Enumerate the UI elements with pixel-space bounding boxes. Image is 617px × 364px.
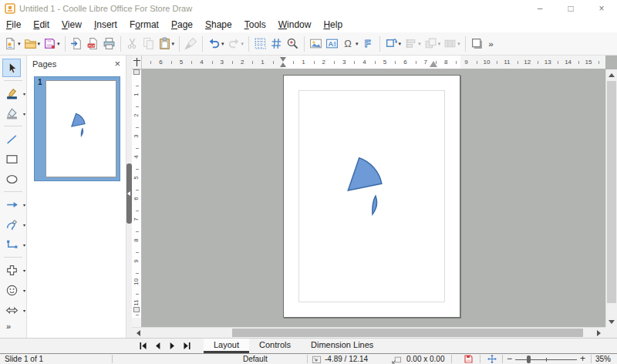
dropdown-arrow-icon[interactable]: ▾ [23,288,25,293]
toolbar-open[interactable]: ▾ [22,35,42,53]
menu-view[interactable]: View [56,18,88,32]
toolbar-helplines-while-moving[interactable] [268,35,285,53]
line-color-tool[interactable] [2,84,21,103]
menu-page[interactable]: Page [165,18,199,32]
vertical-scrollbar-thumb[interactable] [607,81,616,303]
ruler-indent-marker[interactable] [133,307,140,312]
sliver-shape[interactable] [373,196,377,214]
drawbar-connectors[interactable]: ▾ [0,234,26,254]
fill-color-tool[interactable] [2,104,21,123]
maximize-button[interactable]: □ [555,0,586,17]
dropdown-arrow-icon[interactable]: ▾ [23,222,25,228]
minimize-button[interactable]: – [524,0,555,17]
menu-tools[interactable]: Tools [238,18,272,32]
menu-edit[interactable]: Edit [27,18,56,32]
menu-insert[interactable]: Insert [88,18,123,32]
symbol-shapes-tool[interactable] [2,281,21,299]
nav-previous-page-button[interactable] [152,340,164,352]
menu-file[interactable]: File [0,18,27,32]
toolbar-distribution[interactable]: ▾ [442,35,462,53]
toolbar-print[interactable] [101,35,117,53]
dropdown-arrow-icon[interactable]: ▾ [23,308,25,313]
unsaved-changes-icon[interactable] [464,354,474,364]
toolbar-align-objects[interactable]: ▾ [403,35,423,53]
vertical-ruler[interactable]: 1234567891011 [132,69,142,327]
nav-last-page-button[interactable] [181,340,193,352]
scroll-up-icon[interactable] [606,69,617,80]
toolbar-insert-text-box[interactable]: A [324,35,340,53]
toolbar-shadow[interactable] [469,35,485,53]
menu-format[interactable]: Format [123,18,165,32]
toolbar-cut[interactable] [124,35,140,53]
drawing-page[interactable] [283,75,460,318]
dropdown-arrow-icon[interactable]: ▾ [23,111,25,116]
pie-shape[interactable] [348,158,382,190]
toolbar-zoom[interactable] [285,35,301,53]
toolbar-export-as-pdf[interactable]: PDF [85,35,101,53]
connector-tool[interactable] [2,235,21,254]
rect-tool[interactable] [2,150,21,168]
drawbar-insert-line[interactable] [0,129,26,149]
drawbar-curves-and-polygons[interactable]: ▾ [0,214,26,234]
drawbar-fill-color[interactable]: ▾ [0,103,26,123]
toolbar-save[interactable]: ▾ [42,35,62,53]
menu-help[interactable]: Help [317,18,349,32]
zoom-out-button[interactable]: − [507,354,512,363]
vertical-scrollbar[interactable] [605,69,617,327]
horizontal-scrollbar[interactable] [132,327,605,338]
zoom-in-button[interactable]: + [580,354,585,363]
toolbar-insert-special-characters[interactable]: Ω▾ [340,35,360,53]
panel-splitter[interactable] [126,56,132,343]
dropdown-arrow-icon[interactable]: ▾ [457,41,460,47]
basic-shapes-tool[interactable] [2,261,21,279]
dropdown-arrow-icon[interactable]: ▾ [23,202,25,207]
tab-dimension-lines[interactable]: Dimension Lines [301,339,383,353]
scroll-right-icon[interactable] [594,328,604,338]
toolbar-new[interactable]: ▾ [2,35,22,53]
dropdown-arrow-icon[interactable]: ▾ [57,41,60,47]
toolbar-paste[interactable]: ▾ [157,35,177,53]
toolbar-clone-formatting[interactable] [183,35,199,53]
scroll-down-icon[interactable] [606,316,617,327]
zoom-slider-thumb[interactable] [527,356,531,363]
dropdown-arrow-icon[interactable]: ▾ [23,91,25,96]
ruler-margin-marker[interactable] [430,61,437,67]
drawbar-select[interactable] [0,58,26,78]
pages-panel-close-icon[interactable]: × [114,59,120,69]
fit-page-icon[interactable] [487,354,497,364]
toolbar-undo[interactable]: ▾ [206,35,226,53]
zoom-slider[interactable] [515,355,577,364]
dropdown-arrow-icon[interactable]: ▾ [172,41,175,47]
drawbar-basic-shapes[interactable]: ▾ [0,260,26,280]
scroll-left-icon[interactable] [133,328,143,338]
line-tool[interactable] [2,130,21,148]
nav-next-page-button[interactable] [167,340,178,352]
menu-shape[interactable]: Shape [199,18,238,32]
nav-first-page-button[interactable] [137,340,149,352]
drawbar-symbol-shapes[interactable]: ▾ [0,280,26,300]
dropdown-arrow-icon[interactable]: ▾ [356,41,359,47]
select-tool[interactable] [2,59,21,77]
toolbar-display-grid[interactable] [252,35,268,53]
page-thumbnail[interactable]: 1 [34,76,120,181]
horizontal-ruler[interactable]: 654321123456789101112131415 [142,56,605,69]
dropdown-arrow-icon[interactable]: ▾ [221,41,224,47]
splitter-handle[interactable] [126,163,132,224]
horizontal-scrollbar-thumb[interactable] [232,329,583,337]
drawing-viewport[interactable] [142,69,605,327]
close-button[interactable]: × [586,0,617,17]
ruler-indent-marker[interactable] [133,69,140,75]
dropdown-arrow-icon[interactable]: ▾ [23,242,25,248]
drawbar-ellipse[interactable] [0,169,26,189]
drawbar-more-drawing-tools[interactable]: » [6,322,11,331]
toolbar-insert-image[interactable] [308,35,324,53]
dropdown-arrow-icon[interactable]: ▾ [23,268,25,273]
arrow-tool[interactable] [2,195,21,214]
dropdown-arrow-icon[interactable]: ▾ [418,41,421,47]
block-arrows-tool[interactable] [2,301,21,319]
ellipse-tool[interactable] [2,170,21,188]
drawbar-block-arrows[interactable]: ▾ [0,300,26,320]
toolbar-insert-fontwork-text[interactable]: F [360,35,376,53]
dropdown-arrow-icon[interactable]: ▾ [38,41,41,47]
dropdown-arrow-icon[interactable]: ▾ [438,41,441,47]
